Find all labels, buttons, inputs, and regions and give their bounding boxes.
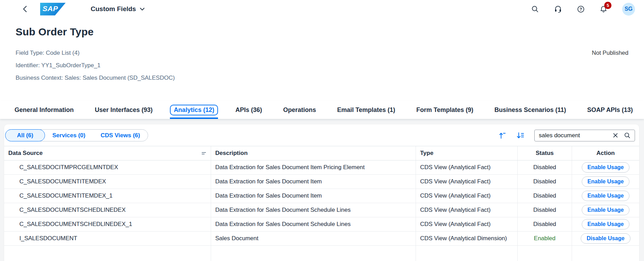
type-cell: CDS View (Analytical Fact) bbox=[416, 160, 518, 174]
tab-user-interfaces[interactable]: User Interfaces (93) bbox=[91, 101, 156, 119]
search-icon bbox=[531, 5, 539, 13]
status-cell: Disabled bbox=[518, 217, 572, 231]
business-context-attribute: Business Context: Sales: Sales Document … bbox=[16, 72, 592, 84]
table-row[interactable]: I_SALESDOCUMENT Sales Document CDS View … bbox=[4, 232, 639, 246]
status-cell: Disabled bbox=[518, 203, 572, 217]
description-cell: Data Extraction for Sales Document Item bbox=[211, 175, 416, 189]
clear-search-button[interactable] bbox=[611, 131, 619, 140]
description-cell: Data Extraction for Sales Document Sched… bbox=[211, 203, 416, 217]
tab-bar: General Information User Interfaces (93)… bbox=[0, 101, 644, 119]
shell-header: SAP Custom Fields ? 5 SG bbox=[0, 0, 644, 18]
data-sources-table: Data Source Description Type Status Acti… bbox=[4, 146, 639, 261]
table-header-row: Data Source Description Type Status Acti… bbox=[4, 146, 639, 160]
shell-actions: ? 5 SG bbox=[531, 3, 635, 16]
description-cell: Sales Document bbox=[211, 232, 416, 245]
filter-segmented-control: All (6) Services (0) CDS Views (6) bbox=[5, 129, 148, 141]
support-button[interactable] bbox=[554, 5, 562, 13]
description-cell: Data Extraction for Sales Document Sched… bbox=[211, 217, 416, 231]
status-cell: Disabled bbox=[518, 189, 572, 203]
svg-text:?: ? bbox=[579, 7, 582, 11]
filter-services[interactable]: Services (0) bbox=[45, 129, 93, 141]
type-cell: CDS View (Analytical Fact) bbox=[416, 203, 518, 217]
table-toolbar: All (6) Services (0) CDS Views (6) bbox=[4, 124, 639, 146]
table-row[interactable]: C_SALESDOCITMPRCGELMNTDEX Data Extractio… bbox=[4, 160, 639, 175]
disable-usage-button[interactable]: Disable Usage bbox=[581, 233, 630, 244]
enable-usage-button[interactable]: Enable Usage bbox=[582, 191, 630, 201]
table-row[interactable]: C_SALESDOCUMENTITEMDEX_1 Data Extraction… bbox=[4, 189, 639, 203]
help-icon: ? bbox=[577, 5, 585, 13]
data-source-cell: I_SALESDOCUMENT bbox=[4, 232, 211, 245]
tab-email-templates[interactable]: Email Templates (1) bbox=[333, 101, 399, 119]
identifier-attribute: Identifier: YY1_SubOrderType_1 bbox=[16, 59, 592, 72]
tab-apis[interactable]: APIs (36) bbox=[232, 101, 266, 119]
data-source-cell: C_SALESDOCUMENTSCHEDLINEDEX_1 bbox=[4, 217, 211, 231]
tab-form-templates[interactable]: Form Templates (9) bbox=[412, 101, 477, 119]
description-cell: Data Extraction for Sales Document Item … bbox=[211, 160, 416, 174]
custom-fields-app: SAP Custom Fields ? 5 SG bbox=[0, 0, 644, 261]
search-input[interactable] bbox=[539, 132, 608, 139]
publish-status: Not Published bbox=[592, 47, 628, 59]
enable-usage-button[interactable]: Enable Usage bbox=[582, 205, 630, 215]
close-icon bbox=[613, 133, 618, 138]
data-source-cell: C_SALESDOCUMENTITEMDEX_1 bbox=[4, 189, 211, 203]
shell-left: SAP Custom Fields bbox=[21, 3, 145, 16]
notifications-button[interactable]: 5 bbox=[599, 5, 608, 13]
table-search-field bbox=[534, 130, 635, 141]
type-cell: CDS View (Analytical Fact) bbox=[416, 175, 518, 189]
avatar[interactable]: SG bbox=[622, 3, 635, 16]
tab-soap-apis[interactable]: SOAP APIs (13) bbox=[583, 101, 637, 119]
tab-general-information[interactable]: General Information bbox=[11, 101, 78, 119]
notification-badge: 5 bbox=[604, 2, 611, 9]
tab-business-scenarios[interactable]: Business Scenarios (11) bbox=[491, 101, 570, 119]
column-sort-indicator-icon bbox=[201, 151, 207, 156]
status-cell: Disabled bbox=[518, 175, 572, 189]
data-sources-panel: All (6) Services (0) CDS Views (6) bbox=[4, 124, 639, 261]
search-icon bbox=[624, 132, 631, 139]
table-row[interactable]: C_SALESDOCUMENTSCHEDLINEDEX_1 Data Extra… bbox=[4, 217, 639, 232]
sap-logo-text: SAP bbox=[40, 5, 58, 13]
headset-icon bbox=[554, 5, 562, 13]
object-attributes: Field Type: Code List (4) Identifier: YY… bbox=[16, 47, 628, 84]
sap-logo[interactable]: SAP bbox=[40, 3, 66, 16]
page-title: Sub Order Type bbox=[16, 25, 628, 38]
chevron-left-icon bbox=[23, 6, 27, 12]
column-header-type[interactable]: Type bbox=[416, 146, 518, 160]
submit-search-button[interactable] bbox=[623, 131, 631, 140]
enable-usage-button[interactable]: Enable Usage bbox=[582, 219, 630, 229]
empty-table-area bbox=[4, 246, 639, 261]
table-row[interactable]: C_SALESDOCUMENTSCHEDLINEDEX Data Extract… bbox=[4, 203, 639, 217]
data-source-cell: C_SALESDOCUMENTITEMDEX bbox=[4, 175, 211, 189]
tab-operations[interactable]: Operations bbox=[279, 101, 320, 119]
type-cell: CDS View (Analytical Fact) bbox=[416, 189, 518, 203]
description-cell: Data Extraction for Sales Document Item bbox=[211, 189, 416, 203]
filter-all[interactable]: All (6) bbox=[5, 129, 45, 141]
sort-button[interactable] bbox=[498, 131, 507, 140]
chevron-down-icon bbox=[140, 8, 145, 11]
type-cell: CDS View (Analytical Fact) bbox=[416, 217, 518, 231]
filter-cds-views[interactable]: CDS Views (6) bbox=[93, 129, 148, 141]
data-source-cell: C_SALESDOCITMPRCGELMNTDEX bbox=[4, 160, 211, 174]
group-button[interactable] bbox=[516, 131, 525, 140]
type-cell: CDS View (Analytical Dimension) bbox=[416, 232, 518, 245]
analytics-content: All (6) Services (0) CDS Views (6) bbox=[0, 119, 644, 261]
search-button[interactable] bbox=[531, 5, 539, 13]
column-header-action[interactable]: Action bbox=[572, 146, 639, 160]
sort-ascending-icon bbox=[498, 131, 506, 140]
object-header: Sub Order Type Field Type: Code List (4)… bbox=[0, 18, 644, 84]
column-header-description[interactable]: Description bbox=[211, 146, 416, 160]
app-title: Custom Fields bbox=[91, 5, 136, 13]
back-button[interactable] bbox=[21, 5, 28, 13]
toolbar-actions bbox=[498, 130, 635, 141]
field-type-attribute: Field Type: Code List (4) bbox=[16, 47, 592, 59]
table-row[interactable]: C_SALESDOCUMENTITEMDEX Data Extraction f… bbox=[4, 175, 639, 189]
status-cell: Enabled bbox=[518, 232, 572, 245]
tab-analytics[interactable]: Analytics (12) bbox=[170, 101, 218, 119]
enable-usage-button[interactable]: Enable Usage bbox=[582, 162, 630, 173]
sort-descending-list-icon bbox=[516, 131, 525, 140]
data-source-cell: C_SALESDOCUMENTSCHEDLINEDEX bbox=[4, 203, 211, 217]
column-header-status[interactable]: Status bbox=[518, 146, 572, 160]
app-title-menu[interactable]: Custom Fields bbox=[91, 5, 145, 13]
column-header-data-source[interactable]: Data Source bbox=[4, 146, 211, 160]
enable-usage-button[interactable]: Enable Usage bbox=[582, 176, 630, 187]
help-button[interactable]: ? bbox=[577, 5, 585, 13]
